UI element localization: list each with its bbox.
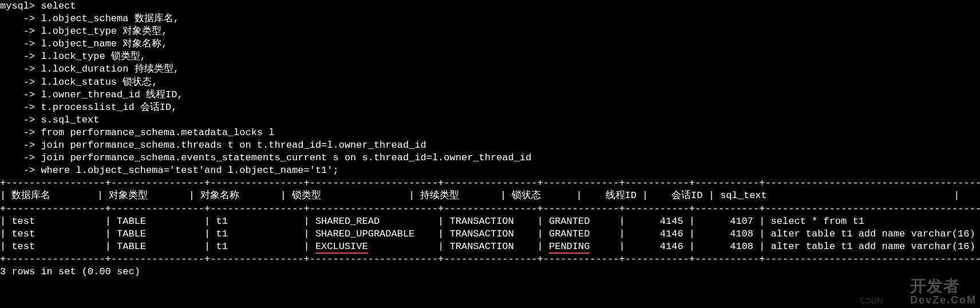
devze-watermark: 开发者 DevZe.CoM — [910, 276, 977, 307]
table-separator: +-----------------+----------------+----… — [0, 177, 980, 189]
highlighted-cell: EXCLUSIVE — [315, 241, 368, 254]
terminal-output: mysql> select -> l.object_schema 数据库名, -… — [0, 0, 980, 278]
sql-continuation-line: -> l.lock_type 锁类型, — [0, 50, 980, 63]
sql-continuation-line: -> l.lock_status 锁状态, — [0, 76, 980, 89]
sql-continuation-line: -> l.object_schema 数据库名, — [0, 13, 980, 25]
sql-continuation-line: -> l.object_type 对象类型, — [0, 25, 980, 38]
sql-continuation-line: -> l.owner_thread_id 线程ID, — [0, 89, 980, 101]
result-summary: 3 rows in set (0.00 sec) — [0, 266, 980, 278]
sql-continuation-line: -> where l.object_schema='test'and l.obj… — [0, 164, 980, 177]
table-header-row: | 数据库名 | 对象类型 | 对象名称 | 锁类型 | 持续类型 | 锁状态 … — [0, 189, 980, 202]
watermark-sub-text: DevZe.CoM — [910, 294, 977, 307]
sql-continuation-line: -> join performance_schema.threads t on … — [0, 139, 980, 152]
highlighted-cell: PENDING — [549, 241, 590, 254]
table-separator: +-----------------+----------------+----… — [0, 203, 980, 215]
table-data-row: | test | TABLE | t1 | SHARED_READ | TRAN… — [0, 215, 980, 228]
csdn-watermark: CSDN — [860, 295, 883, 306]
sql-continuation-line: -> l.object_name 对象名称, — [0, 38, 980, 50]
sql-continuation-line: -> l.lock_duration 持续类型, — [0, 63, 980, 76]
table-data-row: | test | TABLE | t1 | EXCLUSIVE | TRANSA… — [0, 240, 980, 253]
sql-continuation-line: -> join performance_schema.events_statem… — [0, 152, 980, 164]
table-data-row: | test | TABLE | t1 | SHARED_UPGRADABLE … — [0, 228, 980, 240]
sql-continuation-line: -> from performance_schema.metadata_lock… — [0, 127, 980, 139]
sql-prompt-line: mysql> select — [0, 0, 980, 13]
table-separator: +-----------------+----------------+----… — [0, 253, 980, 266]
sql-continuation-line: -> t.processlist_id 会话ID, — [0, 101, 980, 114]
watermark-main-text: 开发者 — [910, 277, 960, 295]
sql-continuation-line: -> s.sql_text — [0, 114, 980, 127]
